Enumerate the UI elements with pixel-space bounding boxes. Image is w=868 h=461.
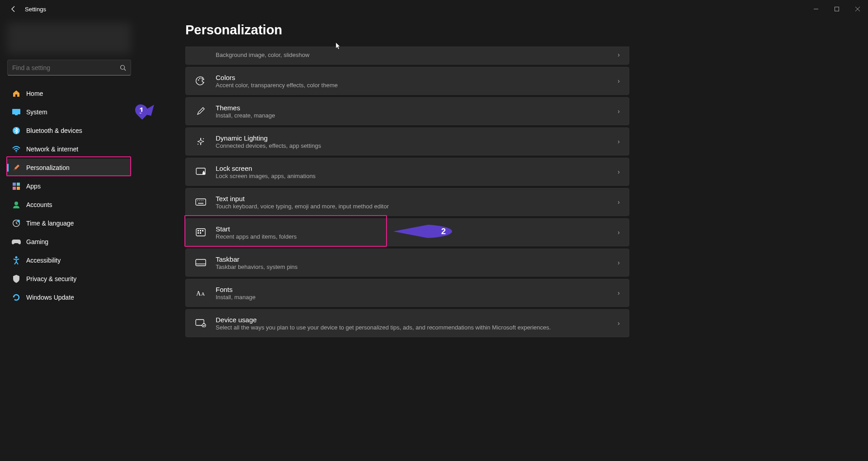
apps-icon	[12, 182, 21, 191]
card-title: Themes	[216, 104, 618, 112]
personalization-icon	[12, 163, 21, 172]
chevron-right-icon: ›	[618, 77, 620, 85]
user-account-block[interactable]	[7, 23, 131, 54]
card-title: Colors	[216, 74, 618, 81]
chevron-right-icon: ›	[618, 168, 620, 175]
svg-point-21	[198, 144, 198, 145]
card-title: Fonts	[216, 286, 618, 293]
card-colors[interactable]: ColorsAccent color, transparency effects…	[185, 67, 629, 95]
device-icon	[195, 317, 207, 329]
nav-label: Home	[26, 90, 43, 97]
window-title: Settings	[25, 6, 46, 13]
svg-rect-36	[200, 232, 201, 234]
svg-point-12	[14, 202, 18, 205]
nav-label: Network & internet	[26, 146, 78, 153]
nav-gaming[interactable]: Gaming	[7, 233, 131, 250]
chevron-right-icon: ›	[618, 229, 620, 236]
chevron-right-icon: ›	[618, 289, 620, 296]
nav-label: Bluetooth & devices	[26, 127, 82, 134]
nav-time[interactable]: Time & language	[7, 214, 131, 232]
svg-point-42	[202, 324, 206, 327]
titlebar: Settings	[0, 0, 868, 18]
card-sub: Recent apps and items, folders	[216, 233, 618, 240]
card-sub: Connected devices, effects, app settings	[216, 142, 618, 149]
card-title: Dynamic Lighting	[216, 134, 618, 142]
svg-point-28	[201, 200, 202, 201]
svg-rect-9	[17, 183, 20, 186]
card-text-input[interactable]: Text inputTouch keyboard, voice typing, …	[185, 188, 629, 216]
card-start[interactable]: StartRecent apps and items, folders ›	[185, 218, 629, 246]
nav-bluetooth[interactable]: Bluetooth & devices	[7, 122, 131, 139]
start-icon	[195, 226, 207, 238]
svg-rect-10	[13, 187, 16, 190]
card-title: Device usage	[216, 316, 618, 324]
network-icon	[12, 145, 21, 154]
nav-personalization[interactable]: Personalization	[7, 159, 131, 176]
nav-network[interactable]: Network & internet	[7, 140, 131, 158]
nav-apps[interactable]: Apps	[7, 177, 131, 195]
card-title: Start	[216, 225, 618, 233]
nav-label: Time & language	[26, 220, 74, 227]
card-sub: Select all the ways you plan to use your…	[216, 324, 618, 331]
home-icon	[12, 89, 21, 98]
card-lock-screen[interactable]: Lock screenLock screen images, apps, ani…	[185, 158, 629, 186]
chevron-right-icon: ›	[618, 108, 620, 115]
svg-text:A: A	[196, 290, 201, 297]
nav-label: System	[26, 108, 47, 116]
svg-rect-5	[15, 114, 18, 115]
svg-point-26	[197, 200, 198, 201]
sparkle-icon	[195, 136, 207, 147]
nav-accounts[interactable]: Accounts	[7, 196, 131, 213]
nav-home[interactable]: Home	[7, 85, 131, 102]
nav-privacy[interactable]: Privacy & security	[7, 270, 131, 287]
maximize-button[interactable]	[826, 0, 847, 18]
nav-label: Personalization	[26, 164, 70, 171]
accessibility-icon	[12, 256, 21, 265]
card-background[interactable]: Background image, color, slideshow ›	[185, 47, 629, 65]
card-themes[interactable]: ThemesInstall, create, manage ›	[185, 97, 629, 125]
nav-system[interactable]: System	[7, 103, 131, 121]
svg-point-18	[199, 78, 201, 79]
card-fonts[interactable]: AA FontsInstall, manage ›	[185, 279, 629, 307]
card-device-usage[interactable]: Device usageSelect all the ways you plan…	[185, 309, 629, 337]
nav-label: Windows Update	[26, 294, 74, 301]
main-content: Personalization Background image, color,…	[136, 18, 868, 461]
privacy-icon	[12, 274, 21, 283]
back-button[interactable]	[5, 0, 23, 18]
page-title: Personalization	[185, 23, 868, 38]
svg-rect-4	[12, 109, 20, 114]
svg-rect-1	[835, 7, 839, 11]
svg-line-3	[124, 69, 126, 71]
keyboard-icon	[195, 196, 207, 208]
nav-label: Gaming	[26, 238, 48, 245]
palette-icon	[195, 75, 207, 87]
time-icon	[12, 219, 21, 228]
card-sub: Background image, color, slideshow	[216, 52, 618, 58]
minimize-button[interactable]	[806, 0, 826, 18]
card-title: Lock screen	[216, 165, 618, 172]
search-input[interactable]	[12, 64, 120, 71]
svg-point-7	[16, 151, 17, 152]
nav-update[interactable]: Windows Update	[7, 288, 131, 306]
svg-point-15	[17, 220, 20, 222]
svg-rect-32	[198, 230, 199, 231]
background-icon	[195, 49, 207, 61]
card-dynamic-lighting[interactable]: Dynamic LightingConnected devices, effec…	[185, 127, 629, 155]
taskbar-icon	[195, 257, 207, 268]
card-sub: Taskbar behaviors, system pins	[216, 263, 618, 270]
svg-point-16	[15, 256, 18, 259]
svg-rect-30	[198, 203, 203, 204]
bluetooth-icon	[12, 126, 21, 135]
accounts-icon	[12, 200, 21, 209]
svg-point-27	[199, 200, 200, 201]
card-taskbar[interactable]: TaskbarTaskbar behaviors, system pins ›	[185, 249, 629, 277]
search-box[interactable]	[7, 60, 131, 75]
svg-point-17	[198, 80, 199, 81]
fonts-icon: AA	[195, 287, 207, 299]
close-button[interactable]	[847, 0, 868, 18]
chevron-right-icon: ›	[618, 259, 620, 266]
nav-accessibility[interactable]: Accessibility	[7, 251, 131, 269]
gaming-icon	[12, 237, 21, 246]
svg-rect-33	[200, 230, 201, 231]
svg-point-2	[121, 65, 125, 69]
